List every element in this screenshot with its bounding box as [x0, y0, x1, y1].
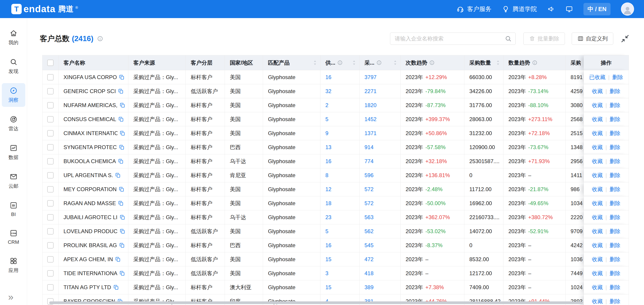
row-checkbox[interactable]	[47, 102, 54, 108]
supplier-count-link[interactable]: 18	[326, 200, 332, 206]
delete-link[interactable]: 删除	[610, 102, 620, 108]
sidebar-item-mail[interactable]: 云邮	[2, 169, 25, 193]
favorite-link[interactable]: 收藏	[592, 214, 603, 220]
sidebar-item-bi[interactable]: BIBI	[2, 198, 25, 221]
column-header-product[interactable]: 匹配产品	[263, 55, 320, 70]
copy-icon[interactable]	[118, 88, 124, 94]
delete-link[interactable]: 删除	[610, 284, 620, 290]
supplier-count-link[interactable]: 5	[326, 228, 328, 234]
customer-name[interactable]: RAGAN AND MASSE	[64, 200, 116, 206]
customize-columns-button[interactable]: 自定义列	[572, 32, 613, 45]
search-input[interactable]	[395, 36, 504, 42]
favorite-link[interactable]: 收藏	[592, 200, 603, 206]
delete-link[interactable]: 删除	[610, 158, 620, 164]
delete-link[interactable]: 删除	[610, 200, 620, 206]
sidebar-item-home[interactable]: 我的	[2, 26, 25, 50]
screen-icon[interactable]	[565, 5, 573, 13]
row-checkbox[interactable]	[47, 214, 54, 220]
copy-icon[interactable]	[118, 158, 124, 164]
delete-link[interactable]: 删除	[610, 144, 620, 150]
search-box[interactable]	[390, 32, 516, 45]
copy-icon[interactable]	[118, 116, 124, 122]
horizontal-scrollbar[interactable]	[49, 302, 583, 304]
customer-name[interactable]: CINMAX INTERNATIO	[64, 130, 118, 136]
sidebar-item-crm[interactable]: CRMCRM	[2, 226, 25, 248]
delete-link[interactable]: 删除	[610, 270, 620, 276]
sidebar-item-data[interactable]: 数据	[2, 140, 25, 164]
sidebar-item-insight[interactable]: 洞察	[2, 83, 25, 107]
favorite-link[interactable]: 收藏	[592, 144, 603, 150]
supplier-count-link[interactable]: 32	[326, 88, 332, 94]
favorite-link[interactable]: 收藏	[592, 102, 603, 108]
purchase-count-link[interactable]: 2271	[364, 88, 376, 94]
sort-icon[interactable]	[352, 60, 356, 66]
fullscreen-toggle-icon[interactable]	[620, 34, 630, 43]
delete-link[interactable]: 删除	[610, 298, 620, 304]
sidebar-item-apps[interactable]: 应用	[2, 254, 25, 277]
announcement-icon[interactable]	[547, 5, 555, 13]
customer-name[interactable]: APEX AG CHEM, IN	[64, 256, 113, 262]
row-checkbox[interactable]	[47, 144, 54, 150]
delete-link[interactable]: 删除	[612, 74, 623, 80]
purchase-count-link[interactable]: 914	[364, 144, 374, 150]
search-icon[interactable]	[504, 35, 512, 42]
favorite-link[interactable]: 收藏	[592, 228, 603, 234]
delete-link[interactable]: 删除	[610, 172, 620, 178]
supplier-count-link[interactable]: 9	[326, 130, 328, 136]
copy-icon[interactable]	[115, 256, 121, 262]
row-checkbox[interactable]	[47, 116, 54, 122]
row-checkbox[interactable]	[47, 228, 54, 234]
favorite-link[interactable]: 收藏	[592, 158, 603, 164]
sidebar-item-radar[interactable]: 雷达	[2, 112, 25, 136]
copy-icon[interactable]	[119, 74, 125, 80]
favorite-link[interactable]: 收藏	[592, 284, 603, 290]
supplier-count-link[interactable]: 23	[326, 214, 332, 220]
nav-academy[interactable]: 腾道学院	[502, 5, 537, 13]
row-checkbox[interactable]	[47, 74, 54, 80]
delete-link[interactable]: 删除	[610, 228, 620, 234]
copy-icon[interactable]	[120, 214, 126, 220]
row-checkbox[interactable]	[47, 172, 54, 178]
customer-name[interactable]: UPL ARGENTINA S.	[64, 172, 113, 178]
copy-icon[interactable]	[119, 186, 124, 192]
copy-icon[interactable]	[119, 144, 125, 150]
delete-link[interactable]: 删除	[610, 130, 620, 136]
supplier-count-link[interactable]: 15	[326, 284, 332, 290]
row-checkbox[interactable]	[47, 88, 54, 94]
purchase-count-link[interactable]: 3797	[364, 74, 376, 80]
column-header-suppliers[interactable]: 供...	[320, 55, 360, 70]
purchase-count-link[interactable]: 472	[364, 256, 374, 262]
customer-name[interactable]: MEY CORPORATION	[64, 186, 116, 192]
customer-name[interactable]: GENERIC CROP SCI	[64, 88, 116, 94]
favorite-link[interactable]: 收藏	[592, 88, 603, 94]
supplier-count-link[interactable]: 8	[326, 172, 328, 178]
supplier-count-link[interactable]: 16	[326, 242, 332, 248]
purchase-count-link[interactable]: 1820	[364, 102, 376, 108]
column-header-purchases[interactable]: 采...	[360, 55, 401, 70]
row-checkbox[interactable]	[47, 284, 54, 290]
copy-icon[interactable]	[120, 102, 126, 108]
favorite-link[interactable]: 收藏	[592, 130, 603, 136]
row-checkbox[interactable]	[47, 130, 54, 136]
row-checkbox[interactable]	[47, 186, 54, 192]
supplier-count-link[interactable]: 16	[326, 74, 332, 80]
purchase-count-link[interactable]: 596	[364, 172, 374, 178]
purchase-count-link[interactable]: 389	[364, 284, 374, 290]
customer-name[interactable]: CONSUS CHEMICAL	[64, 116, 116, 122]
supplier-count-link[interactable]: 12	[326, 186, 332, 192]
supplier-count-link[interactable]: 13	[326, 144, 332, 150]
delete-link[interactable]: 删除	[610, 88, 620, 94]
delete-link[interactable]: 删除	[610, 214, 620, 220]
favorite-link[interactable]: 收藏	[592, 242, 603, 248]
avatar[interactable]	[621, 2, 634, 16]
batch-delete-button[interactable]: 批量删除	[523, 32, 565, 45]
purchase-count-link[interactable]: 1371	[364, 130, 376, 136]
copy-icon[interactable]	[118, 200, 124, 206]
customer-name[interactable]: LOVELAND PRODUC	[64, 228, 118, 234]
copy-icon[interactable]	[119, 242, 125, 248]
select-all-checkbox[interactable]	[47, 60, 54, 66]
sort-icon[interactable]	[393, 60, 398, 66]
favorite-link[interactable]: 收藏	[592, 298, 603, 304]
delete-link[interactable]: 删除	[610, 116, 620, 122]
customer-name[interactable]: SYNGENTA PROTEC	[64, 144, 117, 150]
